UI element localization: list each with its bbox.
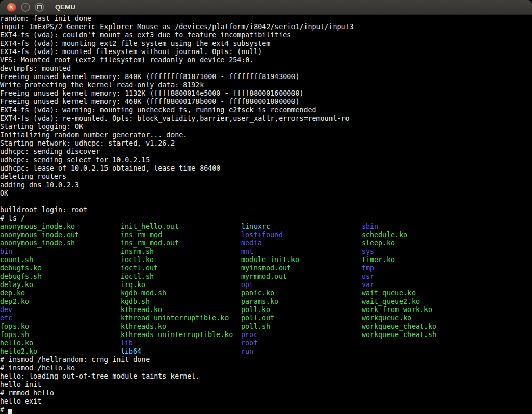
terminal-line: buildroot login: root xyxy=(0,206,532,214)
terminal-line: udhcpc: lease of 10.0.2.15 obtained, lea… xyxy=(0,164,532,173)
ls-entry: root xyxy=(241,339,362,347)
shell-log: # insmod /hellrandom: crng init done# in… xyxy=(0,356,532,406)
terminal-line: Starting network: udhcpc: started, v1.26… xyxy=(0,139,532,148)
window-title: QEMU xyxy=(55,3,75,11)
window-maximize-button[interactable] xyxy=(35,3,44,12)
ls-entry: init_hello.out xyxy=(121,223,241,231)
ls-entry: anonymous_inode.sh xyxy=(0,239,121,248)
ls-entry: timer.ko xyxy=(362,256,482,264)
ls-entry: wait_queue2.ko xyxy=(362,297,482,306)
ls-entry: workqueue_cheat.ko xyxy=(362,322,482,331)
ls-entry: panic.ko xyxy=(241,289,362,297)
ls-entry: dep2.ko xyxy=(0,297,121,306)
ls-entry: ins_rm_mod xyxy=(121,231,241,239)
ls-entry: dep.ko xyxy=(0,289,121,297)
terminal-line: input: ImExPS/2 Generic Explorer Mouse a… xyxy=(0,23,532,31)
close-icon: × xyxy=(9,4,13,10)
terminal-line: EXT4-fs (vda): re-mounted. Opts: block_v… xyxy=(0,114,532,123)
ls-entry: ioctl.ko xyxy=(121,256,241,264)
ls-entry: ioctl.out xyxy=(121,264,241,273)
ls-entry: sleep.ko xyxy=(362,239,482,248)
terminal-line xyxy=(0,198,532,206)
ls-entry: myinsmod.out xyxy=(241,264,362,273)
ls-entry: insrm.sh xyxy=(121,248,241,256)
terminal-line: Initializing random number generator... … xyxy=(0,131,532,139)
terminal-line: adding dns 10.0.2.3 xyxy=(0,181,532,189)
terminal-line: random: fast init done xyxy=(0,15,532,23)
ls-entry: tmp xyxy=(362,264,482,273)
ls-entry: media xyxy=(241,239,362,248)
terminal-line: EXT4-fs (vda): mounted filesystem withou… xyxy=(0,48,532,56)
terminal-line: OK xyxy=(0,189,532,198)
ls-entry: lib xyxy=(121,339,241,347)
ls-entry: anonymous_inode.out xyxy=(0,231,121,239)
ls-entry: count.sh xyxy=(0,256,121,264)
ls-entry: fops.sh xyxy=(0,331,121,339)
ls-entry: debugfs.sh xyxy=(0,273,121,281)
ls-entry: kthread.ko xyxy=(121,306,241,314)
terminal-line: Starting logging: OK xyxy=(0,123,532,131)
ls-entry: debugfs.ko xyxy=(0,264,121,273)
ls-entry: proc xyxy=(241,331,362,339)
window-close-button[interactable]: × xyxy=(7,3,16,12)
ls-entry: workqueue.ko xyxy=(362,314,482,322)
ls-entry: poll.ko xyxy=(241,306,362,314)
ls-entry: etc xyxy=(0,314,121,322)
terminal-line: # ls / xyxy=(0,214,532,223)
ls-entry: poll.sh xyxy=(241,322,362,331)
ls-entry: kthreads.ko xyxy=(121,322,241,331)
ls-entry: params.ko xyxy=(241,297,362,306)
ls-entry: work_from_work.ko xyxy=(362,306,482,314)
ls-entry: schedule.ko xyxy=(362,231,482,239)
shell-prompt: # xyxy=(0,406,8,413)
maximize-icon xyxy=(37,5,42,9)
ls-entry: poll.out xyxy=(241,314,362,322)
terminal-line: # insmod /hellrandom: crng init done xyxy=(0,356,532,364)
ls-entry: opt xyxy=(241,281,362,289)
ls-entry: ins_rm_mod.out xyxy=(121,239,241,248)
ls-entry: mnt xyxy=(241,248,362,256)
terminal-line: hello exit xyxy=(0,397,532,406)
text-cursor xyxy=(8,409,12,414)
terminal-line: # rmmod hello xyxy=(0,389,532,397)
ls-entry: sys xyxy=(362,248,482,256)
ls-entry: irq.ko xyxy=(121,281,241,289)
ls-entry: usr xyxy=(362,273,482,281)
ls-entry: run xyxy=(241,347,362,356)
ls-entry: module_init.ko xyxy=(241,256,362,264)
terminal-screen[interactable]: random: fast init doneinput: ImExPS/2 Ge… xyxy=(0,15,532,414)
terminal-line: EXT4-fs (vda): couldn't mount as ext3 du… xyxy=(0,31,532,40)
ls-output: anonymous_inode.koanonymous_inode.outano… xyxy=(0,223,532,356)
window-titlebar[interactable]: × − QEMU xyxy=(0,0,532,15)
terminal-line: EXT4-fs (vda): warning: mounting uncheck… xyxy=(0,106,532,114)
ls-entry: myrmmod.out xyxy=(241,273,362,281)
terminal-line: Write protecting the kernel read-only da… xyxy=(0,81,532,89)
minimize-icon: − xyxy=(24,4,27,10)
ls-entry: bin xyxy=(0,248,121,256)
shell-prompt-line: # xyxy=(0,406,532,414)
ls-entry: kgdb.sh xyxy=(121,297,241,306)
ls-entry: var xyxy=(362,281,482,289)
terminal-line: devtmpfs: mounted xyxy=(0,64,532,73)
ls-entry: lib64 xyxy=(121,347,241,356)
ls-entry: ioctl.sh xyxy=(121,273,241,281)
ls-entry: dev xyxy=(0,306,121,314)
ls-entry: sbin xyxy=(362,223,482,231)
ls-entry: kthread_uninterruptible.ko xyxy=(121,314,241,322)
terminal-line: deleting routers xyxy=(0,173,532,181)
terminal-line: Freeing unused kernel memory: 840K (ffff… xyxy=(0,73,532,81)
ls-entry: kthreads_uninterruptible.ko xyxy=(121,331,241,339)
terminal-line: VFS: Mounted root (ext2 filesystem) read… xyxy=(0,56,532,64)
ls-entry: hello2.ko xyxy=(0,347,121,356)
terminal-line: hello: loading out-of-tree module taints… xyxy=(0,372,532,381)
terminal-line: udhcpc: sending discover xyxy=(0,148,532,156)
terminal-line: Freeing unused kernel memory: 1132K (fff… xyxy=(0,89,532,98)
terminal-line: # insmod /hello.ko xyxy=(0,364,532,372)
ls-entry: hello.ko xyxy=(0,339,121,347)
ls-entry: fops.ko xyxy=(0,322,121,331)
ls-entry: kgdb-mod.sh xyxy=(121,289,241,297)
terminal-line: udhcpc: sending select for 10.0.2.15 xyxy=(0,156,532,164)
window-minimize-button[interactable]: − xyxy=(21,3,30,12)
boot-log: random: fast init doneinput: ImExPS/2 Ge… xyxy=(0,15,532,223)
ls-entry: wait_queue.ko xyxy=(362,289,482,297)
